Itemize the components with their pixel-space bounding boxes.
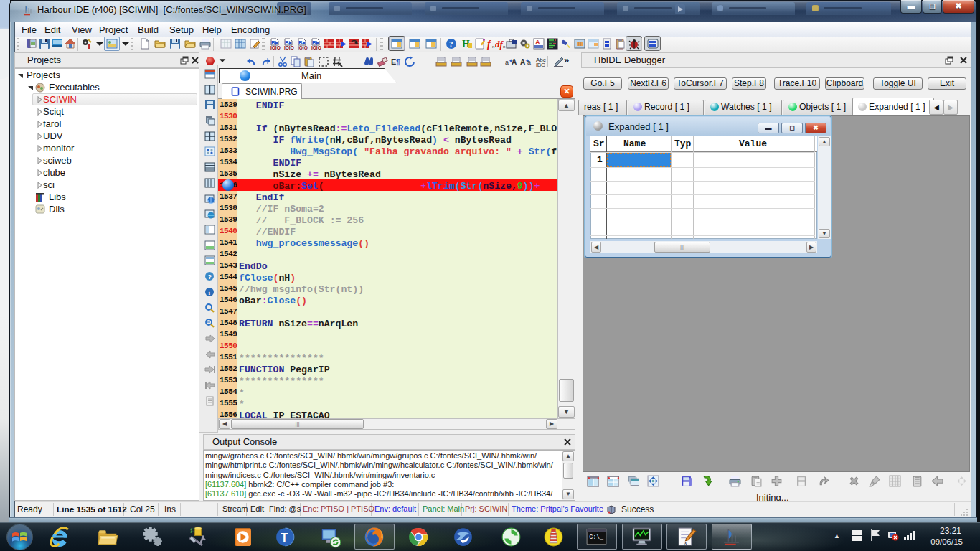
svg-text:¶: ¶ [396,57,400,66]
svg-text:n: n [503,44,505,49]
svg-text:C:\_: C:\_ [589,534,603,540]
svg-text:T: T [281,531,288,544]
svg-text:IOIO: IOIO [284,45,294,50]
svg-text:n: n [492,44,494,49]
svg-text:IOIO: IOIO [298,45,308,50]
svg-text:A: A [512,58,517,66]
svg-text:?: ? [208,273,212,281]
svg-text:A: A [535,39,540,46]
svg-text:?: ? [449,39,453,48]
svg-text:IOIO: IOIO [311,45,321,50]
svg-text:a: a [527,59,531,66]
svg-text:ſBC: ſBC [536,62,545,67]
svg-text:IOIO: IOIO [270,45,281,50]
svg-text:f: f [487,39,491,50]
svg-text:x: x [683,539,687,546]
